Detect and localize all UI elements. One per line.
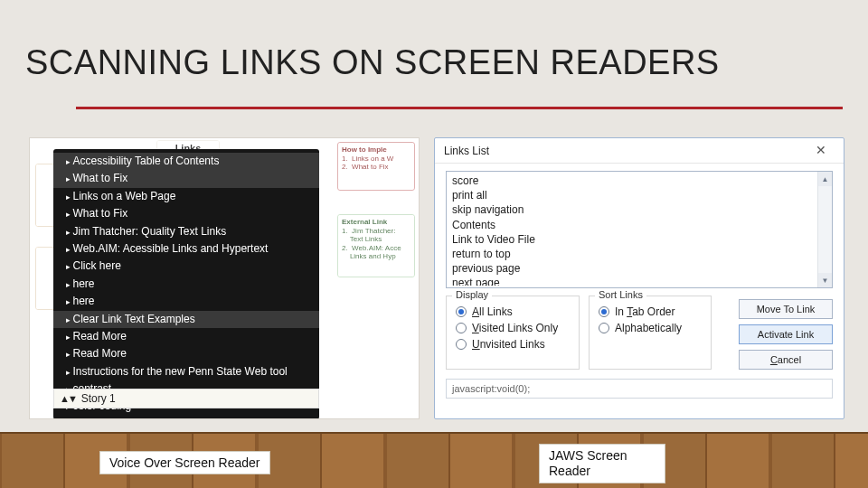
jaws-link-item[interactable]: print all — [452, 188, 817, 202]
jaws-window-title: Links List — [444, 145, 489, 157]
radio-visited-links[interactable]: Visited Links Only — [456, 322, 570, 334]
scroll-up-icon[interactable]: ▲ — [818, 172, 832, 186]
jaws-body: score print all skip navigation Contents… — [435, 164, 844, 418]
jaws-titlebar[interactable]: Links List ✕ — [435, 138, 844, 164]
voiceover-link-item[interactable]: Web.AIM: Acessible Links and Hypertext — [53, 240, 319, 258]
slide-title: SCANNING LINKS ON SCREEN READERS — [25, 43, 850, 82]
radio-alphabetical[interactable]: Alphabetically — [599, 322, 702, 334]
voiceover-rotor-footer[interactable]: ▲▼ Story 1 — [53, 389, 319, 408]
voiceover-link-item[interactable]: Accessibility Table of Contents — [53, 153, 319, 170]
voiceover-link-item[interactable]: What to Fix — [53, 170, 319, 187]
move-to-link-button[interactable]: Move To Link — [739, 299, 833, 319]
sort-legend: Sort Links — [595, 289, 646, 300]
radio-tab-text: In Tab Order — [615, 305, 675, 318]
cancel-button[interactable]: Cancel — [739, 350, 833, 370]
jaws-links-listbox[interactable]: score print all skip navigation Contents… — [446, 171, 833, 288]
voiceover-bg-howto-title: How to Imple — [342, 145, 387, 154]
display-group: Display All Links Visited Links Only Unv… — [446, 296, 580, 370]
voiceover-rotor[interactable]: Accessibility Table of Contents What to … — [53, 149, 319, 419]
jaws-url-field[interactable]: javascript:void(0); — [446, 379, 833, 399]
radio-dot-icon — [456, 323, 467, 333]
voiceover-bg-external-items: 1. Jim Thatcher: Text Links 2. Web.AIM: … — [342, 227, 401, 261]
voiceover-link-item[interactable]: Read More — [53, 328, 319, 345]
voiceover-link-item[interactable]: here — [53, 293, 319, 310]
jaws-link-item[interactable]: previous page — [452, 261, 817, 276]
updown-icon: ▲▼ — [60, 393, 76, 404]
voiceover-link-item[interactable]: here — [53, 276, 319, 293]
radio-all-text: ll Links — [479, 305, 513, 318]
activate-link-button[interactable]: Activate Link — [739, 324, 833, 344]
radio-unvisited-links[interactable]: Unvisited Links — [456, 338, 570, 351]
voiceover-link-item[interactable]: What to Fix — [53, 205, 319, 222]
voiceover-footer-label: Story 1 — [81, 392, 116, 405]
close-icon[interactable]: ✕ — [807, 141, 835, 161]
voiceover-link-item[interactable]: Clear Link Text Examples — [53, 311, 319, 328]
voiceover-link-item[interactable]: Read More — [53, 345, 319, 362]
display-legend: Display — [452, 289, 492, 300]
voiceover-caption: Voice Over Screen Reader — [99, 451, 270, 474]
radio-dot-icon — [456, 339, 467, 350]
jaws-link-item[interactable]: Contents — [452, 218, 817, 232]
voiceover-bg-external-title: External Link — [342, 218, 387, 226]
voiceover-panel: Links How to Imple 1. Links on a W 2. Wh… — [29, 137, 420, 419]
voiceover-bg-howto-items: 1. Links on a W 2. What to Fix — [342, 155, 393, 172]
title-underline — [76, 107, 843, 109]
jaws-link-item[interactable]: Link to Video File — [452, 232, 817, 247]
scrollbar[interactable]: ▲ ▼ — [817, 172, 832, 287]
jaws-caption: JAWS Screen Reader — [539, 444, 665, 483]
voiceover-link-item[interactable]: Jim Thatcher: Quality Text Links — [53, 223, 319, 240]
voiceover-link-item[interactable]: Links on a Web Page — [53, 188, 319, 205]
radio-visited-text: Visited Links Only — [472, 322, 558, 334]
voiceover-link-item[interactable]: Instructions for the new Penn State Web … — [53, 363, 319, 380]
radio-all-links[interactable]: All Links — [456, 305, 570, 318]
jaws-link-item[interactable]: next page — [452, 276, 817, 286]
radio-alpha-text: Alphabetically — [615, 322, 682, 334]
sort-group: Sort Links In Tab Order Alphabetically — [589, 296, 712, 370]
voiceover-link-item[interactable]: Click here — [53, 258, 319, 275]
radio-unvisited-text: Unvisited Links — [472, 338, 545, 351]
radio-dot-icon — [599, 323, 609, 333]
jaws-link-item[interactable]: return to top — [452, 247, 817, 261]
radio-dot-icon — [599, 306, 609, 317]
jaws-link-item[interactable]: skip navigation — [452, 202, 817, 217]
jaws-links-window: Links List ✕ score print all skip naviga… — [434, 137, 844, 419]
radio-dot-icon — [456, 306, 467, 317]
jaws-link-item[interactable]: score — [452, 174, 817, 188]
scroll-down-icon[interactable]: ▼ — [818, 273, 832, 287]
radio-tab-order[interactable]: In Tab Order — [599, 305, 702, 318]
jaws-url-text: javascript:void(0); — [452, 383, 530, 394]
